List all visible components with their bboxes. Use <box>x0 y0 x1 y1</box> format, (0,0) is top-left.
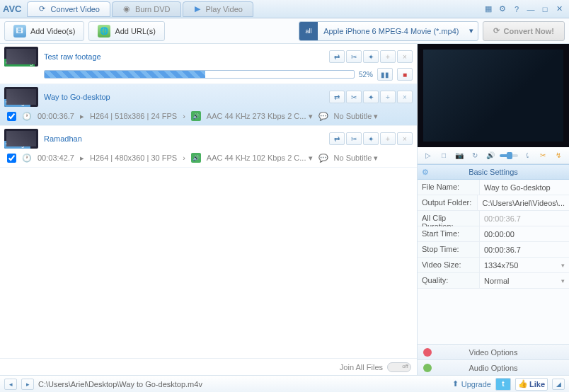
globe-plus-icon: 🌐 <box>98 25 110 38</box>
video-codec-icon: ▸ <box>80 154 84 163</box>
panel-title: Basic Settings <box>469 168 518 176</box>
audio-icon: 🔊 <box>191 153 201 163</box>
start-time-field[interactable]: 00:00:00 <box>480 226 569 241</box>
effects-icon[interactable]: ✦ <box>363 91 379 103</box>
resize-handle[interactable]: ◢ <box>552 379 565 390</box>
video-size-dropdown[interactable]: 1334x750 <box>480 258 569 272</box>
swap-icon[interactable]: ⇄ <box>329 50 345 63</box>
subtitle-icon: 💬 <box>318 154 328 163</box>
help-icon[interactable]: ? <box>510 3 523 16</box>
join-toggle[interactable] <box>387 362 411 372</box>
audio-options-header[interactable]: Audio Options <box>418 359 569 375</box>
join-label: Join All Files <box>340 363 383 371</box>
video-options-header[interactable]: Video Options <box>418 344 569 359</box>
status-badge: Converting <box>4 59 35 67</box>
button-label: Add URL(s) <box>115 27 155 35</box>
subtitle-dropdown[interactable]: No Subtitle ▾ <box>334 154 379 163</box>
tab-play-video[interactable]: ▶ Play Video <box>183 1 253 17</box>
arrow-icon: › <box>183 154 185 162</box>
add-urls-button[interactable]: 🌐 Add URL(s) <box>88 21 164 41</box>
profile-icon: all <box>299 22 318 40</box>
setting-label: All Clip Duration: <box>418 211 480 226</box>
item-title[interactable]: Way to Go-desktop <box>44 93 110 101</box>
tab-label: Burn DVD <box>135 5 171 13</box>
audio-icon: 🔊 <box>191 111 201 121</box>
cut-button[interactable]: ✂ <box>536 150 549 161</box>
upgrade-link[interactable]: ⬆ Upgrade <box>452 379 491 388</box>
stop-button[interactable]: ■ <box>397 68 413 81</box>
remove-icon[interactable]: × <box>397 132 413 145</box>
mark-out-button[interactable]: ↯ <box>552 150 565 161</box>
file-list-panel: Converting Test raw footage ⇄ ✂ ✦ + × 52… <box>0 44 418 375</box>
audio-dropdown[interactable]: AAC 44 KHz 273 Kbps 2 C... ▾ <box>207 112 313 121</box>
status-badge: Waiting... <box>4 141 30 149</box>
twitter-button[interactable]: t <box>495 378 511 391</box>
list-item[interactable]: Converting Test raw footage ⇄ ✂ ✦ + × 52… <box>0 44 417 84</box>
play-button[interactable]: ▷ <box>422 150 435 161</box>
convert-now-button[interactable]: ⟳ Convert Now! <box>483 21 565 41</box>
app-logo: AVC <box>3 4 21 14</box>
menu-icon[interactable]: ▦ <box>482 3 495 16</box>
item-checkbox[interactable] <box>7 154 16 163</box>
pause-button[interactable]: ▮▮ <box>377 68 393 81</box>
minimize-icon[interactable]: — <box>524 3 537 16</box>
list-item[interactable]: Waiting... Way to Go-desktop ⇄ ✂ ✦ + × 🕐… <box>0 84 417 126</box>
remove-icon[interactable]: × <box>397 91 413 103</box>
cut-icon[interactable]: ✂ <box>346 132 362 145</box>
mark-in-button[interactable]: ⤹ <box>521 150 534 161</box>
tab-burn-dvd[interactable]: ◉ Burn DVD <box>112 1 181 17</box>
quality-dropdown[interactable]: Normal <box>480 273 569 288</box>
setting-label: Quality: <box>418 273 480 288</box>
video-options-icon <box>423 348 432 357</box>
stop-button[interactable]: □ <box>437 150 450 161</box>
audio-options-icon <box>423 364 432 372</box>
profile-label: Apple iPhone 6 MPEG-4 Movie (*.mp4) <box>318 27 464 35</box>
settings-icon[interactable]: ⚙ <box>496 3 509 16</box>
titlebar: AVC ⟳ Convert Video ◉ Burn DVD ▶ Play Vi… <box>0 0 569 18</box>
tab-label: Convert Video <box>50 5 100 13</box>
tab-convert-video[interactable]: ⟳ Convert Video <box>27 1 110 17</box>
cut-icon[interactable]: ✂ <box>346 91 362 103</box>
add-icon[interactable]: + <box>380 132 396 145</box>
right-panel: ▷ □ 📷 ↻ 🔊 ⤹ ✂ ↯ ⚙ Basic Settings File Na… <box>418 44 569 375</box>
item-checkbox[interactable] <box>7 112 16 121</box>
volume-icon[interactable]: 🔊 <box>484 150 497 161</box>
option-label: Video Options <box>469 348 518 357</box>
snapshot-button[interactable]: 📷 <box>453 150 466 161</box>
loop-button[interactable]: ↻ <box>469 150 481 161</box>
effects-icon[interactable]: ✦ <box>363 50 379 63</box>
stop-time-field[interactable]: 00:00:36.7 <box>480 242 569 257</box>
output-folder-field[interactable]: C:\Users\Ariel\Videos\... <box>478 195 569 210</box>
settings-grid: File Name:Way to Go-desktop Output Folde… <box>418 180 569 344</box>
item-title[interactable]: Ramadhan <box>44 134 82 143</box>
swap-icon[interactable]: ⇄ <box>329 91 345 103</box>
swap-icon[interactable]: ⇄ <box>329 132 345 145</box>
basic-settings-header[interactable]: ⚙ Basic Settings <box>418 164 569 180</box>
convert-icon: ⟳ <box>38 5 46 13</box>
subtitle-icon: 💬 <box>318 112 328 121</box>
duration: 00:03:42.7 <box>38 154 74 162</box>
video-info: H264 | 480x360 | 30 FPS <box>90 154 177 162</box>
facebook-like-button[interactable]: 👍 Like <box>515 378 548 391</box>
cut-icon[interactable]: ✂ <box>346 50 362 63</box>
file-name-field[interactable]: Way to Go-desktop <box>480 180 569 195</box>
status-badge: Waiting... <box>4 99 30 107</box>
output-profile-dropdown[interactable]: all Apple iPhone 6 MPEG-4 Movie (*.mp4) … <box>299 21 478 41</box>
effects-icon[interactable]: ✦ <box>363 132 379 145</box>
add-videos-button[interactable]: 🎞 Add Video(s) <box>4 21 84 41</box>
item-title[interactable]: Test raw footage <box>44 52 101 61</box>
video-preview[interactable] <box>418 44 569 147</box>
prev-button[interactable]: ◂ <box>4 379 17 390</box>
join-files-row: Join All Files <box>0 358 417 375</box>
add-icon[interactable]: + <box>380 91 396 103</box>
audio-dropdown[interactable]: AAC 44 KHz 102 Kbps 2 C... ▾ <box>207 154 313 163</box>
remove-icon[interactable]: × <box>397 50 413 63</box>
list-item[interactable]: Waiting... Ramadhan ⇄ ✂ ✦ + × 🕐 00:03:42… <box>0 126 417 168</box>
subtitle-dropdown[interactable]: No Subtitle ▾ <box>334 112 379 121</box>
add-icon[interactable]: + <box>380 50 396 63</box>
close-icon[interactable]: ✕ <box>553 3 565 16</box>
volume-slider[interactable] <box>500 154 518 157</box>
next-button[interactable]: ▸ <box>21 379 34 390</box>
setting-label: Start Time: <box>418 226 480 241</box>
maximize-icon[interactable]: □ <box>539 3 551 16</box>
